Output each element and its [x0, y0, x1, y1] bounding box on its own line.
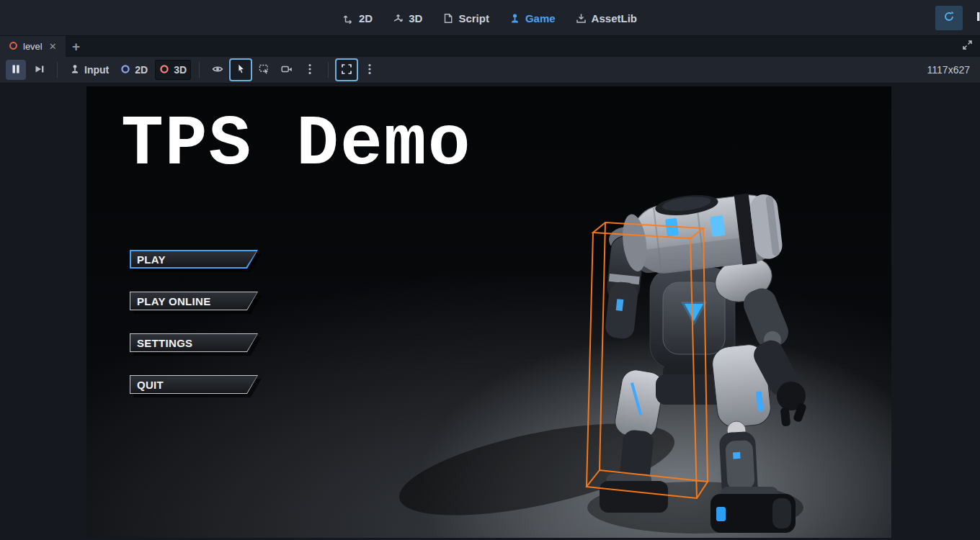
top-workspace-bar: 2D 3D Script Game: [0, 0, 980, 36]
workspace-tabs: 2D 3D Script Game: [343, 0, 637, 36]
play-online-button-label: PLAY ONLINE: [137, 292, 211, 310]
game-title: TPS Demo: [121, 102, 471, 187]
embed-options-menu-button[interactable]: [360, 60, 380, 80]
select-mode-menu-button[interactable]: [300, 60, 320, 80]
close-icon[interactable]: ✕: [48, 40, 58, 53]
workspace-tab-2d[interactable]: 2D: [343, 12, 373, 24]
frame-corners-icon: [341, 63, 352, 77]
next-frame-button[interactable]: [29, 60, 49, 80]
workspace-tab-label: 3D: [409, 12, 422, 24]
camera-icon: [281, 64, 293, 76]
scene-icon: [9, 41, 18, 53]
game-toolbar: Input 2D 3D: [0, 57, 980, 84]
workspace-tab-label: 2D: [359, 12, 373, 24]
node-type-3d-label: 3D: [174, 64, 187, 76]
workspace-tab-assetlib[interactable]: AssetLib: [576, 12, 637, 24]
robot-character: [389, 187, 891, 538]
expand-icon: [962, 40, 973, 53]
play-button-label: PLAY: [137, 250, 166, 269]
node2d-ring-icon: [120, 64, 130, 76]
input-mode-label: Input: [84, 64, 109, 76]
play-online-button[interactable]: PLAY ONLINE: [130, 292, 258, 310]
play-button[interactable]: PLAY: [130, 250, 258, 269]
camera-button[interactable]: [277, 60, 297, 80]
node-type-2d-label: 2D: [135, 64, 148, 76]
kebab-menu-icon: [308, 63, 312, 77]
3d-axes-icon: [393, 13, 404, 24]
viewport-resolution: 1117x627: [927, 64, 974, 76]
pause-icon: [11, 64, 21, 76]
workspace-tab-script[interactable]: Script: [442, 12, 489, 24]
next-frame-icon: [34, 64, 45, 76]
workspace-tab-3d[interactable]: 3D: [393, 12, 422, 24]
kebab-menu-icon: [368, 63, 372, 77]
joystick-icon: [509, 13, 520, 24]
cursor-icon: [236, 63, 246, 76]
viewport-surround: TPS Demo PLAY PLAY ONLINE SETTINGS: [0, 84, 980, 540]
game-viewport[interactable]: TPS Demo PLAY PLAY ONLINE SETTINGS: [86, 86, 891, 538]
scene-tab-bar: level ✕ +: [0, 36, 980, 57]
quit-button-label: QUIT: [137, 375, 164, 394]
recovery-sync-button[interactable]: [935, 6, 963, 30]
input-mode-button[interactable]: Input: [66, 60, 113, 80]
eye-icon: [212, 64, 223, 76]
scene-tab-label: level: [23, 41, 43, 52]
download-icon: [576, 13, 587, 24]
list-select-button[interactable]: [254, 60, 274, 80]
node-type-3d-button[interactable]: 3D: [155, 60, 191, 80]
node3d-ring-icon: [159, 64, 169, 76]
workspace-tab-label: Game: [525, 12, 556, 24]
camera-override-button[interactable]: [208, 60, 228, 80]
node-type-2d-button[interactable]: 2D: [116, 60, 152, 80]
recovery-sync-icon: [943, 10, 956, 26]
workspace-tab-label: Script: [458, 12, 489, 24]
pause-session-button[interactable]: [967, 6, 980, 30]
embed-game-button[interactable]: [337, 60, 357, 80]
top-right-actions: [935, 0, 980, 36]
joystick-icon: [70, 64, 80, 76]
add-scene-tab-button[interactable]: +: [66, 36, 87, 57]
scene-tab-level[interactable]: level ✕: [0, 36, 66, 57]
pause-game-button[interactable]: [6, 60, 26, 80]
godot-editor-window: 2D 3D Script Game: [0, 0, 980, 540]
toolbar-separator: [57, 62, 58, 78]
toolbar-separator: [199, 62, 200, 78]
settings-button[interactable]: SETTINGS: [130, 333, 258, 352]
pause-icon: [976, 12, 980, 24]
2d-axes-icon: [343, 13, 354, 24]
select-mode-button[interactable]: [231, 60, 251, 80]
settings-button-label: SETTINGS: [137, 333, 192, 352]
quit-button[interactable]: QUIT: [130, 375, 258, 394]
toolbar-separator: [328, 62, 329, 78]
workspace-tab-label: AssetLib: [592, 12, 637, 24]
script-icon: [442, 13, 453, 24]
workspace-tab-game[interactable]: Game: [509, 12, 556, 24]
game-main-menu: PLAY PLAY ONLINE SETTINGS QUIT: [130, 250, 258, 394]
expand-editor-button[interactable]: [962, 36, 973, 57]
list-select-icon: [259, 63, 270, 76]
